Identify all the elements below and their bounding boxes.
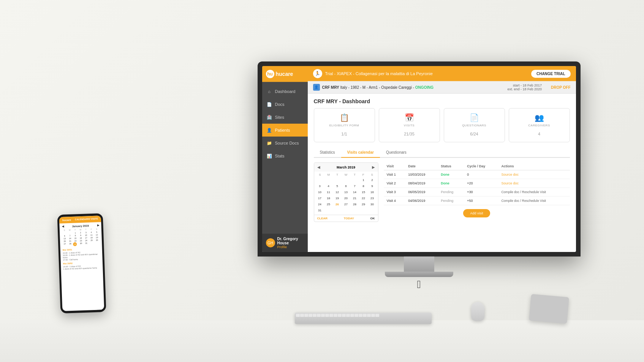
table-surface (0, 320, 644, 362)
calendar-today-button[interactable]: TODAY (344, 217, 354, 220)
calendar-prev-button[interactable]: ◀ (317, 165, 320, 169)
cal-day-6[interactable]: 6 (342, 183, 350, 189)
cal-day-22[interactable]: 22 (359, 195, 368, 201)
patient-bar: 👤 CRF MRY Italy - 1982 - M - Arm1 - Ospe… (308, 81, 576, 94)
cal-day-23[interactable]: 23 (368, 195, 377, 201)
patient-bar-right: start - 18 Feb 2017 ext. end - 18 Feb 20… (507, 83, 570, 91)
key[interactable] (338, 314, 342, 317)
sidebar-item-docs[interactable]: 📄 Docs (262, 98, 308, 111)
key[interactable] (367, 314, 371, 317)
dashboard-area: CRF MRY - Dashboard 📋 ELIGIBILITY FORM 1… (308, 94, 576, 252)
cal-day-18[interactable]: 18 (324, 195, 333, 201)
key[interactable] (359, 314, 362, 317)
key[interactable] (346, 314, 350, 317)
tab-visits-calendar[interactable]: Visits calendar (341, 148, 380, 158)
visit-action[interactable]: Source doc (498, 179, 570, 187)
key[interactable] (350, 314, 354, 317)
cal-day-28[interactable]: 28 (351, 201, 359, 207)
visit-status: Done (438, 179, 464, 187)
patient-info: 👤 CRF MRY Italy - 1982 - M - Arm1 - Ospe… (313, 84, 434, 91)
cal-day-7[interactable]: 7 (351, 183, 359, 189)
key[interactable] (321, 314, 325, 317)
drop-off-button[interactable]: DROP OFF (551, 85, 570, 89)
cal-day-2[interactable]: 2 (368, 177, 377, 183)
change-trial-button[interactable]: CHANGE TRIAL (531, 69, 571, 77)
cal-day-26[interactable]: 26 (333, 201, 342, 207)
key[interactable] (375, 314, 379, 317)
cal-day-30[interactable]: 30 (368, 201, 377, 207)
visit-action[interactable]: Source doc (498, 170, 570, 179)
sidebar-logo: hu hucare (262, 66, 308, 82)
sidebar-item-dashboard[interactable]: ⌂ Dashboard (262, 85, 308, 98)
user-avatar: GH (266, 238, 275, 247)
key[interactable] (354, 314, 358, 317)
phone-cal-next[interactable]: ▶ (97, 223, 99, 227)
stat-card-visits[interactable]: 📅 VISITS 21/35 (379, 108, 440, 142)
sidebar-item-label: Stats (275, 154, 285, 158)
tab-questionars[interactable]: Questionars (380, 148, 413, 158)
cal-day-15[interactable]: 15 (359, 189, 368, 195)
sidebar-item-sites[interactable]: 🏥 Sites (262, 111, 308, 124)
cal-day-8[interactable]: 8 (359, 183, 368, 189)
key[interactable] (363, 314, 367, 317)
cal-day-27[interactable]: 27 (342, 201, 350, 207)
key[interactable] (309, 314, 312, 317)
cal-day-31[interactable]: 31 (316, 208, 324, 213)
calendar-month: March 2019 (337, 165, 355, 169)
key[interactable] (342, 314, 346, 317)
cal-day-10[interactable]: 10 (316, 189, 324, 195)
cal-day-20[interactable]: 20 (342, 195, 350, 201)
key[interactable] (296, 314, 300, 317)
questionars-icon: 📄 (448, 113, 501, 122)
cal-day (351, 177, 359, 183)
cal-day-13[interactable]: 13 (342, 189, 350, 195)
cal-day-21[interactable]: 21 (351, 195, 359, 201)
dashboard-title: CRF MRY - Dashboard (314, 98, 570, 104)
sidebar-item-patients[interactable]: 👤 Patients (262, 124, 308, 137)
calendar-next-button[interactable]: ▶ (372, 165, 375, 169)
key[interactable] (334, 314, 337, 317)
cal-day-25[interactable]: 25 (324, 201, 333, 207)
cal-day-17[interactable]: 17 (316, 195, 324, 201)
cal-day-3[interactable]: 3 (316, 183, 324, 189)
cal-day-24[interactable]: 24 (316, 201, 324, 207)
key[interactable] (325, 314, 329, 317)
phone-content: ◀ January 2019 ▶ SMTWTFS 12345 678910111… (59, 222, 103, 272)
cal-day-14[interactable]: 14 (351, 189, 359, 195)
key[interactable] (300, 314, 304, 317)
keyboard (295, 313, 432, 324)
table-row: Visit 1 10/03/2019 Done 0 Source doc (384, 170, 570, 179)
key[interactable] (313, 314, 316, 317)
table-row: Visit 4 04/06/2019 Pending +50 Compile d… (384, 196, 570, 205)
add-visit-button[interactable]: Add visit (463, 209, 490, 217)
cal-day-16[interactable]: 16 (368, 189, 377, 195)
key[interactable] (304, 314, 308, 317)
key[interactable] (371, 314, 375, 317)
cal-day-29[interactable]: 29 (359, 201, 368, 207)
calendar[interactable]: ◀ March 2019 ▶ S M T (314, 162, 378, 222)
visits-icon: 📅 (383, 113, 436, 122)
sidebar-item-source-docs[interactable]: 📁 Source Docs (262, 137, 308, 150)
key[interactable] (317, 314, 321, 317)
calendar-ok-button[interactable]: OK (370, 217, 375, 220)
patient-id: CRF MRY (322, 85, 339, 89)
monitor: hu hucare ⌂ Dashboard 📄 Docs (258, 61, 581, 291)
key[interactable] (329, 314, 333, 317)
cal-day-12[interactable]: 12 (333, 189, 342, 195)
cal-day-1[interactable]: 1 (359, 177, 368, 183)
cal-day-9[interactable]: 9 (368, 183, 377, 189)
calendar-clear-button[interactable]: CLEAR (317, 217, 328, 220)
cal-day-4[interactable]: 4 (324, 183, 333, 189)
cal-day-19[interactable]: 19 (333, 195, 342, 201)
stat-card-eligibility[interactable]: 📋 ELIGIBILITY FORM 1/1 (314, 108, 375, 142)
sidebar-item-stats[interactable]: 📊 Stats (262, 150, 308, 162)
visit-name: Visit 2 (384, 179, 405, 187)
stat-card-caregivers[interactable]: 👥 CAREGIVERS 4 (509, 108, 570, 142)
sidebar-user[interactable]: GH Dr. Gregory House Profile (262, 234, 308, 252)
cal-day-11[interactable]: 11 (324, 189, 333, 195)
phone-cal-prev[interactable]: ◀ (62, 225, 63, 228)
tab-statistics[interactable]: Statistics (314, 148, 341, 158)
stat-card-questionars[interactable]: 📄 QUESTIONARS 6/24 (444, 108, 505, 142)
phone-screen: hucare CALENDARIO VISITE ◀ January 2019 … (59, 216, 104, 311)
cal-day-5[interactable]: 5 (333, 183, 342, 189)
